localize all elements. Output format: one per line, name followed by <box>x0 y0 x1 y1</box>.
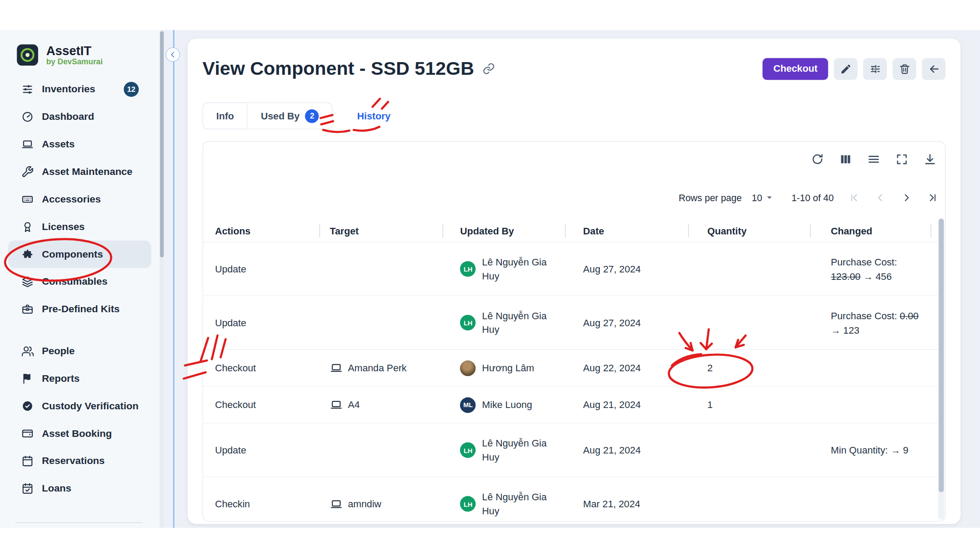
brand[interactable]: AssetIT by DevSamurai <box>0 30 159 66</box>
column-header-target[interactable]: Target <box>320 220 443 242</box>
cell-date: Aug 27, 2024 <box>566 263 689 275</box>
sidebar-item-label: Dashboard <box>42 111 94 122</box>
toolbox-icon <box>21 303 34 316</box>
sidebar-item-asset-maintenance[interactable]: Asset Maintenance <box>8 158 151 185</box>
sidebar-item-inventories[interactable]: Inventories12 <box>8 76 151 103</box>
column-header-changed[interactable]: Changed <box>811 220 931 242</box>
table-scrollbar-thumb[interactable] <box>939 219 944 492</box>
link-icon[interactable] <box>482 63 495 75</box>
sidebar-item-label: Consumables <box>42 276 108 287</box>
user-name: Lê Nguyễn Gia Huy <box>482 309 565 336</box>
cell-updated-by: MLMike Luong <box>443 397 566 413</box>
first-page-button[interactable] <box>845 188 862 206</box>
cell-action: Update <box>203 317 320 328</box>
sidebar-item-label: Pre-Defined Kits <box>42 303 120 315</box>
flag-icon <box>21 372 34 385</box>
page: AssetIT by DevSamurai Inventories12Dashb… <box>0 0 980 551</box>
table-row[interactable]: UpdateLHLê Nguyễn Gia HuyAug 21, 2024Min… <box>203 424 945 478</box>
rows-per-page-label: Rows per page <box>679 192 742 202</box>
sidebar-item-consumables[interactable]: Consumables <box>8 268 151 296</box>
laptop-icon <box>330 398 343 411</box>
fullscreen-button[interactable] <box>895 153 909 166</box>
link-icon <box>482 63 495 75</box>
sidebar-item-pre-defined-kits[interactable]: Pre-Defined Kits <box>8 296 151 323</box>
tab-label: Used By <box>261 110 300 122</box>
last-page-button[interactable] <box>924 188 941 206</box>
columns-button[interactable] <box>839 153 852 166</box>
table-scrollbar[interactable] <box>938 218 944 520</box>
tab-info[interactable]: Info <box>203 102 248 129</box>
filter-button[interactable] <box>863 58 887 80</box>
chevron-left-icon <box>874 192 886 203</box>
cell-action: Update <box>203 444 320 456</box>
cell-date: Aug 27, 2024 <box>566 317 689 328</box>
delete-button[interactable] <box>892 58 916 80</box>
calendar-check-icon <box>21 482 34 495</box>
table-row[interactable]: CheckoutA4MLMike LuongAug 21, 20241 <box>203 387 945 423</box>
tune-icon <box>869 63 881 75</box>
back-button[interactable] <box>922 58 945 80</box>
previous-page-button[interactable] <box>871 188 889 206</box>
wrench-icon <box>21 166 34 178</box>
changed-value: 123.00 → 456 <box>831 269 892 283</box>
edit-button[interactable] <box>834 58 858 80</box>
sidebar-item-label: Assets <box>42 139 75 150</box>
sidebar-scrollbar-thumb[interactable] <box>160 31 164 257</box>
sidebar-item-accessories[interactable]: Accessories <box>8 185 151 213</box>
density-button[interactable] <box>867 153 880 166</box>
sidebar-item-licenses[interactable]: Licenses <box>8 213 151 241</box>
download-icon <box>923 153 937 166</box>
avatar <box>460 360 476 376</box>
column-header-updated-by[interactable]: Updated By <box>443 220 566 242</box>
sidebar-collapse-toggle[interactable] <box>166 48 180 62</box>
puzzle-icon <box>21 248 34 261</box>
next-page-button[interactable] <box>897 188 915 206</box>
sidebar-collapse-divider <box>173 30 175 528</box>
tab-label: Info <box>216 110 234 122</box>
column-header-date[interactable]: Date <box>566 220 689 242</box>
table-row[interactable]: UpdateLHLê Nguyễn Gia HuyAug 27, 2024Pur… <box>203 242 945 296</box>
sidebar-divider <box>15 522 142 523</box>
target-label: Amanda Perk <box>348 363 406 374</box>
tab-used-by[interactable]: Used By2 <box>248 102 332 129</box>
sidebar-item-asset-booking[interactable]: Asset Booking <box>8 420 151 447</box>
table-row[interactable]: CheckinamndiwLHLê Nguyễn Gia HuyMar 21, … <box>203 477 945 521</box>
laptop-icon <box>21 138 34 151</box>
laptop-icon <box>330 362 343 374</box>
sidebar-item-reservations[interactable]: Reservations <box>8 447 151 475</box>
page-title: View Component - SSD 512GB <box>203 58 495 80</box>
avatar: LH <box>460 261 476 277</box>
sidebar-item-custody-verification[interactable]: Custody Verification <box>8 392 151 420</box>
content-background: AssetIT by DevSamurai Inventories12Dashb… <box>0 30 980 528</box>
table-row[interactable]: CheckoutAmanda PerkHương LâmAug 22, 2024… <box>203 350 945 387</box>
refresh-button[interactable] <box>811 153 824 166</box>
sidebar-scrollbar[interactable] <box>160 30 164 528</box>
sidebar-item-label: Custody Verification <box>42 401 139 412</box>
cell-quantity: 1 <box>689 399 811 411</box>
rows-per-page-select[interactable]: 10 <box>752 192 775 203</box>
caret-down-icon <box>764 192 775 203</box>
checkout-button[interactable]: Checkout <box>763 58 828 80</box>
changed-value: Purchase Cost: 0.00 <box>831 308 919 323</box>
sidebar-item-people[interactable]: People <box>8 337 151 365</box>
export-button[interactable] <box>923 153 937 166</box>
column-header-actions[interactable]: Actions <box>203 220 320 242</box>
column-header-quantity[interactable]: Quantity <box>689 220 811 242</box>
arrow-left-icon <box>928 63 940 75</box>
rows-per-page-value: 10 <box>752 192 762 202</box>
sidebar-item-components[interactable]: Components <box>8 241 151 268</box>
sidebar-item-assets[interactable]: Assets <box>8 131 151 158</box>
tab-history[interactable]: History <box>344 102 403 129</box>
history-table: Rows per page 10 1-10 of 40 ActionsTarge… <box>203 141 946 522</box>
first-page-icon <box>848 192 860 203</box>
table-row[interactable]: UpdateLHLê Nguyễn Gia HuyAug 27, 2024Pur… <box>203 296 945 350</box>
sidebar-item-reports[interactable]: Reports <box>8 365 151 392</box>
layers-icon <box>21 276 34 288</box>
sidebar-item-dashboard[interactable]: Dashboard <box>8 103 151 131</box>
avatar: ML <box>460 397 476 413</box>
tab-label: History <box>357 110 390 122</box>
pagination: Rows per page 10 1-10 of 40 <box>679 188 941 207</box>
table-toolbar <box>811 153 937 166</box>
sidebar-item-loans[interactable]: Loans <box>8 475 151 502</box>
avatar: LH <box>460 315 476 331</box>
